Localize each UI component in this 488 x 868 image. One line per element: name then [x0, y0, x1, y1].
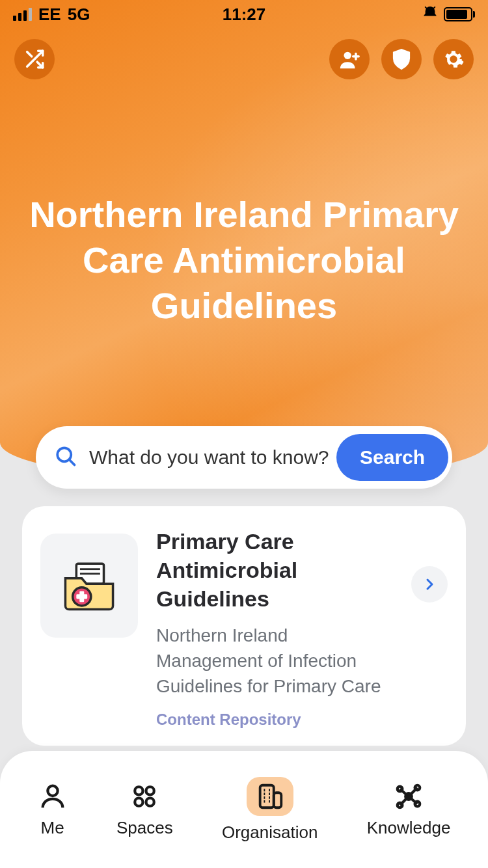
add-user-icon — [338, 48, 360, 70]
svg-line-2 — [70, 460, 75, 465]
nav-organisation[interactable]: Organisation — [222, 777, 318, 843]
gear-icon — [442, 48, 465, 70]
knowledge-graph-icon — [394, 781, 424, 811]
clock: 11:27 — [223, 5, 266, 25]
nav-spaces[interactable]: Spaces — [116, 781, 173, 838]
nav-me[interactable]: Me — [38, 781, 68, 838]
card-title: Primary Care Antimicrobial Guidelines — [156, 527, 393, 614]
card-open-button[interactable] — [411, 566, 448, 603]
shield-button[interactable] — [381, 39, 422, 79]
medical-folder-icon — [60, 556, 118, 615]
search-bar: Search — [36, 426, 452, 489]
status-left: EE 5G — [13, 5, 90, 25]
svg-point-10 — [135, 787, 143, 794]
bottom-nav: Me Spaces Organisation Knowledge — [0, 751, 488, 868]
spaces-icon — [129, 781, 159, 811]
svg-point-11 — [146, 787, 154, 794]
network-label: 5G — [68, 5, 90, 25]
organisation-icon — [255, 781, 285, 811]
nav-knowledge-label: Knowledge — [367, 818, 451, 838]
svg-line-31 — [400, 796, 409, 805]
card-thumbnail — [40, 534, 138, 638]
content-card[interactable]: Primary Care Antimicrobial Guidelines No… — [22, 506, 466, 746]
shuffle-button[interactable] — [14, 39, 55, 79]
svg-rect-14 — [260, 785, 273, 807]
nav-spaces-label: Spaces — [116, 818, 173, 838]
search-icon — [54, 444, 77, 470]
shuffle-icon — [23, 48, 46, 70]
svg-line-30 — [409, 787, 417, 796]
signal-bars-icon — [13, 8, 32, 21]
nav-me-label: Me — [41, 818, 64, 838]
page-title: Northern Ireland Primary Care Antimicrob… — [0, 192, 488, 329]
svg-point-9 — [47, 785, 57, 795]
nav-org-label: Organisation — [222, 822, 318, 843]
carrier-label: EE — [38, 5, 61, 25]
card-subtitle: Northern Ireland Management of Infection… — [156, 623, 393, 699]
battery-icon — [444, 7, 475, 21]
search-input[interactable] — [89, 446, 336, 468]
svg-rect-8 — [76, 594, 87, 599]
add-user-button[interactable] — [329, 39, 370, 79]
svg-point-0 — [344, 52, 351, 59]
alarm-icon — [423, 5, 437, 25]
nav-knowledge[interactable]: Knowledge — [367, 781, 451, 838]
top-icon-row — [0, 39, 488, 79]
svg-rect-15 — [273, 793, 281, 807]
status-right — [423, 5, 475, 25]
search-button[interactable]: Search — [336, 434, 448, 481]
svg-point-13 — [146, 798, 154, 806]
person-icon — [38, 781, 68, 811]
chevron-right-icon — [422, 576, 437, 592]
status-bar: EE 5G 11:27 — [0, 0, 488, 29]
shield-icon — [390, 48, 413, 70]
card-body: Primary Care Antimicrobial Guidelines No… — [156, 527, 393, 729]
svg-point-12 — [135, 798, 143, 806]
settings-button[interactable] — [433, 39, 474, 79]
card-footer-label: Content Repository — [156, 711, 393, 729]
